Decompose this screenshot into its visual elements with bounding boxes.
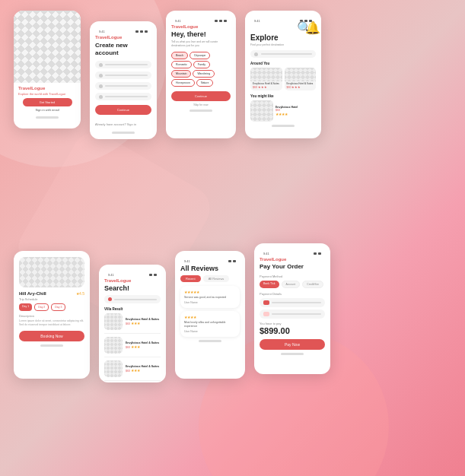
you-might-card[interactable]: Envylicious Hotel $60 ★★★★ <box>250 100 316 122</box>
continue-button[interactable]: Continue <box>95 105 151 115</box>
search-text <box>114 299 157 300</box>
schedule-days: Day 1 Day 2 Day 3 <box>19 303 84 311</box>
name-input[interactable] <box>95 61 151 68</box>
day2-button[interactable]: Day 2 <box>34 303 49 311</box>
screen-title: Search! <box>104 284 161 292</box>
you-might-label: You might like <box>250 94 316 98</box>
description-text: Find your perfect destination <box>250 43 316 46</box>
skip-link[interactable]: Skip for now <box>171 103 231 106</box>
featured-hotel-stars: ★★★★ <box>275 112 316 116</box>
tag-nature[interactable]: Nature <box>196 79 214 87</box>
card-expiry-field[interactable] <box>260 309 325 319</box>
user-icon <box>99 63 103 67</box>
hotel-info: Envylicious Hotel & Suites $60 ★★★ <box>285 81 317 90</box>
search-result-item[interactable]: Envylicious Hotel & Suites $60 ★★★ <box>104 360 161 381</box>
hotel-card[interactable]: Envylicious Hotel & Suites $60 ★★★ <box>250 68 282 90</box>
battery-icon <box>233 260 236 262</box>
status-bar: 9:41 <box>171 17 231 24</box>
status-bar: 9:41 <box>104 271 161 278</box>
password-input[interactable] <box>95 82 151 90</box>
search-icon <box>254 52 258 56</box>
home-indicator <box>281 353 304 355</box>
status-time: 9:41 <box>99 30 105 33</box>
input-placeholder <box>105 96 148 97</box>
result-hotel-price: $60 ★★★ <box>126 322 159 325</box>
signal-icon <box>149 274 152 276</box>
confirm-password-input[interactable] <box>95 93 151 100</box>
get-started-button[interactable]: Get Started <box>23 98 72 106</box>
card-number-field[interactable] <box>260 298 325 307</box>
result-label: Villa Result <box>104 307 161 311</box>
card-number-input <box>272 302 321 303</box>
status-time: 9:41 <box>108 273 114 277</box>
review-card: ★★★★ Most lovely villas and unforgettabl… <box>180 311 240 337</box>
tag-romantic[interactable]: Romantic <box>171 61 192 68</box>
expiry-input <box>272 313 321 315</box>
status-icons <box>149 274 157 276</box>
tag-wandering[interactable]: Wandering <box>193 70 215 78</box>
screen-search: 9:41 TravelLogue Search! Villa Result En… <box>99 265 166 382</box>
status-icons <box>135 30 148 33</box>
interest-tags: Beach Cityscape Romantic Family Mountain… <box>171 52 231 87</box>
tag-family[interactable]: Family <box>193 61 210 68</box>
account-btn[interactable]: Account <box>282 281 301 288</box>
result-stars: ★★★ <box>131 345 140 349</box>
notification-icon[interactable]: 🔔 <box>310 24 316 30</box>
review-author: User Name <box>184 330 236 333</box>
tagline-text: Explore the world with TravelLogue <box>18 92 76 96</box>
status-icons <box>314 252 321 255</box>
bank-transfer-btn[interactable]: Bank T/ck <box>260 281 279 288</box>
credit-hire-btn[interactable]: CreditHire <box>302 281 323 288</box>
recent-tab[interactable]: Recent <box>180 275 201 282</box>
tag-cityscape[interactable]: Cityscape <box>190 52 210 59</box>
tag-beach[interactable]: Beach <box>171 52 188 59</box>
destination-rating: ★4.5 <box>76 291 84 296</box>
status-icons <box>228 260 236 262</box>
result-hotel-price: $60 ★★★ <box>126 345 159 349</box>
pay-now-button[interactable]: Pay Now <box>260 339 325 350</box>
status-bar: 9:41 <box>95 27 151 35</box>
search-input-line <box>261 53 312 55</box>
tag-honeymoon[interactable]: Honeymoon <box>171 79 195 87</box>
screen-destination-detail: Hill Ary-Chill ★4.5 Trip Schedule Day 1 … <box>14 251 90 379</box>
result-stars: ★★★ <box>131 369 140 373</box>
result-hotel-image <box>104 313 123 330</box>
screen-title: All Reviews <box>180 265 240 272</box>
continue-button[interactable]: Continue <box>171 91 231 101</box>
result-hotel-info: Envylicious Hotel & Suites $60 ★★★ <box>126 318 159 325</box>
brand-logo: TravelLogue <box>171 24 231 29</box>
status-time: 9:41 <box>175 19 181 23</box>
day3-button[interactable]: Day 3 <box>51 303 65 311</box>
search-icon <box>108 297 112 301</box>
hotel-price: $60 ★★★ <box>287 86 314 89</box>
sign-in-email-link[interactable]: Sign in with email <box>18 108 76 112</box>
signin-link[interactable]: Already have account? Sign in <box>95 122 136 126</box>
search-input[interactable] <box>104 295 161 303</box>
signal-icon <box>228 260 231 262</box>
payment-method-label: Payment Method <box>260 274 325 278</box>
email-input[interactable] <box>95 71 151 79</box>
result-stars: ★★★ <box>131 322 140 325</box>
splash-background <box>14 11 81 83</box>
home-indicator <box>272 125 295 127</box>
screen-interests: 9:41 TravelLogue Hey, there! Tell us wha… <box>166 11 236 138</box>
all-reviews-tab[interactable]: All Reviews <box>203 275 230 282</box>
brand-logo: TravelLogue <box>104 278 161 283</box>
search-bar[interactable] <box>250 50 316 58</box>
around-you-grid: Envylicious Hotel & Suites $60 ★★★ Envyl… <box>250 68 316 90</box>
status-icons <box>215 20 227 22</box>
hotel-card[interactable]: Envylicious Hotel & Suites $60 ★★★ <box>285 68 317 90</box>
input-placeholder <box>105 85 148 87</box>
hotel-price: $60 ★★★ <box>253 86 280 89</box>
result-hotel-info: Envylicious Hotel & Suites $60 ★★★ <box>126 365 159 373</box>
status-bar: 9:41 <box>180 257 240 265</box>
result-hotel-info: Envylicious Hotel & Suites $60 ★★★ <box>126 341 159 349</box>
search-result-item[interactable]: Envylicious Hotel & Suites $60 ★★★ <box>104 337 161 357</box>
day1-button[interactable]: Day 1 <box>19 303 32 311</box>
screen-title: Hey, there! <box>171 30 231 38</box>
around-you-label: Around You <box>250 62 316 65</box>
tag-mountain[interactable]: Mountain <box>171 70 191 78</box>
search-result-item[interactable]: Envylicious Hotel & Suites $60 ★★★ <box>104 313 161 334</box>
booking-button[interactable]: Booking Now <box>19 331 84 341</box>
hotel-image <box>285 68 317 81</box>
